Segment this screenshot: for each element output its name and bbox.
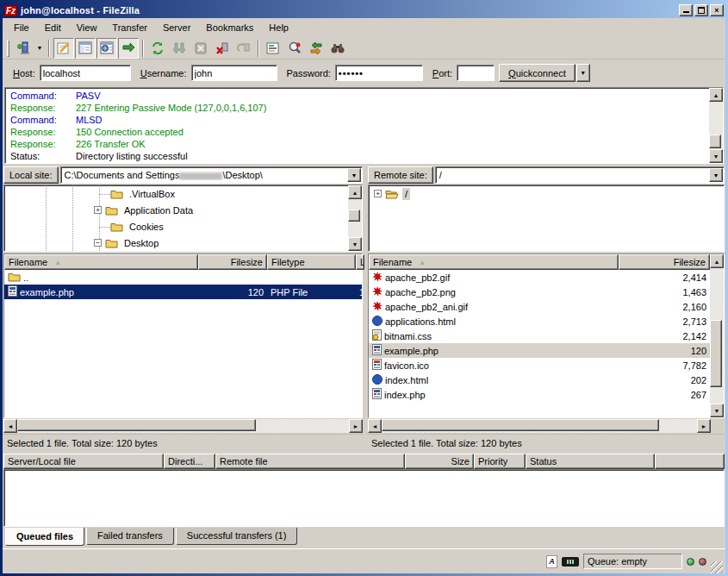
file-row-selected[interactable]: example.php 120 xyxy=(369,343,710,358)
expand-icon[interactable]: + xyxy=(94,206,102,214)
tab-queued-files[interactable]: Queued files xyxy=(5,528,84,546)
file-row[interactable]: index.php 267 xyxy=(369,387,710,402)
toolbar-grip[interactable] xyxy=(7,40,9,57)
file-row-example-php[interactable]: example.php 120 PHP File 1 xyxy=(4,285,362,299)
scroll-down-icon[interactable]: ▼ xyxy=(348,237,362,251)
menu-item-server[interactable]: Server xyxy=(155,20,198,35)
tab-failed-transfers[interactable]: Failed transfers xyxy=(86,528,174,545)
host-input[interactable] xyxy=(40,65,131,81)
scroll-left-icon[interactable]: ◄ xyxy=(368,419,382,433)
synchronized-browsing-button[interactable] xyxy=(306,38,327,59)
toggle-remote-tree-button[interactable] xyxy=(96,38,117,59)
column-header-filesize[interactable]: Filesize xyxy=(619,254,710,270)
menu-item-edit[interactable]: Edit xyxy=(37,20,69,35)
scroll-up-icon[interactable]: ▲ xyxy=(710,254,724,268)
file-row-parent-dir[interactable]: .. xyxy=(4,270,362,285)
local-path-combobox[interactable]: C:\Documents and Settings\Desktop\ ▼ xyxy=(60,166,363,184)
menu-item-view[interactable]: View xyxy=(69,20,105,35)
close-button[interactable]: × xyxy=(710,4,724,16)
column-header-server-local-file[interactable]: Server/Local file xyxy=(3,454,164,469)
column-header-filesize[interactable]: Filesize xyxy=(198,254,267,270)
window-titlebar[interactable]: Fz john@localhost - FileZilla × xyxy=(3,3,725,18)
toggle-transfer-queue-button[interactable] xyxy=(118,38,139,59)
scroll-down-icon[interactable]: ▼ xyxy=(710,404,724,417)
column-header-priority[interactable]: Priority xyxy=(474,454,526,469)
queue-body xyxy=(3,469,725,527)
column-label: Filesize xyxy=(231,257,263,267)
toggle-local-tree-button[interactable] xyxy=(75,38,96,59)
quickconnect-dropdown[interactable]: ▼ xyxy=(576,64,590,82)
menu-item-file[interactable]: File xyxy=(6,20,37,35)
file-type: PHP File xyxy=(267,287,356,297)
directory-comparison-button[interactable] xyxy=(284,38,305,59)
collapse-icon[interactable]: − xyxy=(94,239,102,247)
column-header-remote-file[interactable]: Remote file xyxy=(215,454,405,469)
password-input[interactable] xyxy=(335,65,423,81)
scroll-thumb[interactable] xyxy=(710,320,722,388)
scroll-up-icon[interactable]: ▲ xyxy=(348,185,362,199)
tree-item-application-data[interactable]: + Application Data xyxy=(4,202,348,218)
local-hscrollbar[interactable]: ◄ ► xyxy=(3,419,363,433)
menu-item-help[interactable]: Help xyxy=(261,20,296,35)
combo-dropdown-icon[interactable]: ▼ xyxy=(709,168,723,182)
minimize-button[interactable] xyxy=(679,4,693,16)
file-name: example.php xyxy=(384,346,439,356)
file-row[interactable]: index.html 202 xyxy=(369,373,710,387)
local-tree-scrollbar[interactable]: ▲ ▼ xyxy=(348,185,362,251)
directory-filter-button[interactable] xyxy=(263,38,283,59)
username-input[interactable] xyxy=(191,65,277,81)
scroll-right-icon[interactable]: ► xyxy=(697,419,711,433)
file-row[interactable]: favicon.ico 7,782 xyxy=(369,358,710,373)
quickconnect-button[interactable]: Quickconnect xyxy=(499,64,576,82)
reconnect-button[interactable] xyxy=(233,38,254,59)
remote-path-combobox[interactable]: / ▼ xyxy=(435,166,725,184)
maximize-button[interactable] xyxy=(694,4,708,16)
file-row[interactable]: applications.html 2,713 xyxy=(369,314,710,329)
column-header-size[interactable]: Size xyxy=(405,454,474,469)
site-manager-button[interactable] xyxy=(13,38,34,59)
column-header-filename[interactable]: Filename▲ xyxy=(369,254,619,270)
site-manager-dropdown[interactable]: ▼ xyxy=(34,39,45,58)
refresh-button[interactable] xyxy=(147,38,168,59)
scroll-thumb[interactable] xyxy=(17,419,256,431)
remote-hscrollbar[interactable]: ◄ ► xyxy=(368,419,711,433)
scroll-down-icon[interactable]: ▼ xyxy=(709,149,723,163)
combo-dropdown-icon[interactable]: ▼ xyxy=(347,168,361,182)
tree-item-cookies[interactable]: Cookies xyxy=(4,218,348,235)
tree-item-root[interactable]: + / xyxy=(369,185,724,202)
file-row[interactable]: apache_pb2.gif 2,414 xyxy=(369,270,710,285)
tab-successful-transfers[interactable]: Successful transfers (1) xyxy=(176,528,298,545)
resize-grip[interactable] xyxy=(711,561,723,573)
file-row[interactable]: apache_pb2_ani.gif 2,160 xyxy=(369,299,710,314)
menu-item-transfer[interactable]: Transfer xyxy=(104,20,155,35)
file-size: 2,160 xyxy=(619,302,710,312)
remote-list-scrollbar[interactable]: ▲ ▼ xyxy=(710,254,724,417)
disconnect-button[interactable] xyxy=(212,38,233,59)
column-header-filetype[interactable]: Filetype xyxy=(267,254,356,270)
port-input[interactable] xyxy=(457,65,495,81)
expand-icon[interactable]: + xyxy=(374,190,382,197)
process-queue-button[interactable] xyxy=(169,38,190,59)
toggle-message-log-button[interactable] xyxy=(53,38,74,59)
tree-item-desktop[interactable]: − Desktop xyxy=(4,235,348,251)
file-row[interactable]: bitnami.css 2,142 xyxy=(369,329,710,343)
column-header-direction[interactable]: Directi... xyxy=(164,454,215,469)
find-files-button[interactable] xyxy=(327,38,348,59)
ascii-data-type-icon[interactable]: A xyxy=(546,555,557,568)
scroll-thumb[interactable] xyxy=(709,135,721,148)
log-scrollbar[interactable]: ▲ ▼ xyxy=(709,88,723,163)
scroll-thumb[interactable] xyxy=(382,419,659,431)
column-header-filename[interactable]: Filename▲ xyxy=(4,254,198,270)
file-row[interactable]: apache_pb2.png 1,463 xyxy=(369,285,710,299)
scroll-up-icon[interactable]: ▲ xyxy=(709,88,723,102)
maximize-icon xyxy=(698,7,705,14)
menu-item-bookmarks[interactable]: Bookmarks xyxy=(198,20,261,35)
speed-limit-icon[interactable] xyxy=(562,557,579,567)
tree-item-virtualbox[interactable]: .VirtualBox xyxy=(4,185,348,202)
column-header-status[interactable]: Status xyxy=(526,454,655,469)
scroll-left-icon[interactable]: ◄ xyxy=(3,419,17,433)
quickconnect-bar: Host: Username: Password: Port: Quickcon… xyxy=(3,59,725,86)
scroll-right-icon[interactable]: ► xyxy=(349,419,363,433)
scroll-thumb[interactable] xyxy=(348,210,360,222)
cancel-operation-button[interactable] xyxy=(190,38,211,59)
